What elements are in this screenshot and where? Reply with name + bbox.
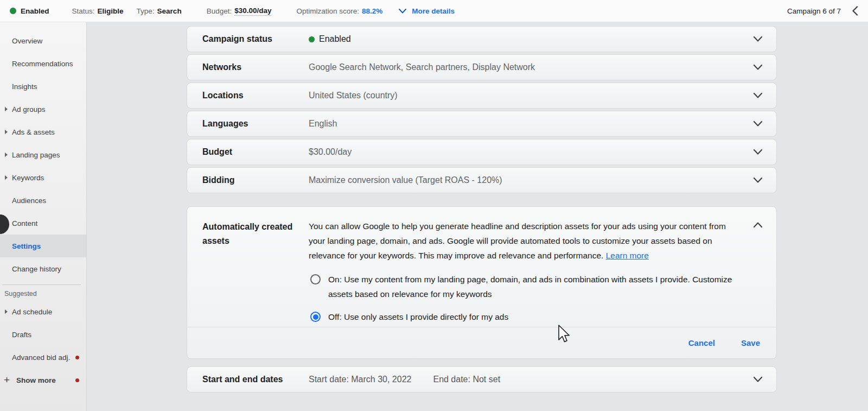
optimization-score-field: Optimization score: 88.2% (296, 7, 382, 15)
setting-row-networks[interactable]: Networks Google Search Network, Search p… (187, 54, 777, 80)
aca-footer: Cancel Save (187, 327, 776, 358)
campaign-enabled-state[interactable]: Enabled (10, 7, 49, 15)
sidebar-item-label: Advanced bid adj. (12, 353, 70, 362)
save-button[interactable]: Save (741, 338, 760, 347)
sidebar-item-change-history[interactable]: Change history (0, 257, 86, 280)
setting-label: Networks (187, 62, 309, 72)
expand-arrow-icon (5, 309, 8, 314)
sidebar-item-insights[interactable]: Insights (0, 75, 86, 98)
cancel-button[interactable]: Cancel (688, 338, 715, 347)
setting-row-bidding[interactable]: Bidding Maximize conversion value (Targe… (187, 167, 777, 193)
more-details-label: More details (412, 7, 455, 15)
setting-label: Languages (187, 119, 309, 129)
setting-row-automatically-created-assets: Automatically created assets You can all… (187, 206, 777, 359)
expand-arrow-icon (5, 153, 8, 157)
setting-label: Automatically created assets (187, 207, 309, 248)
chevron-down-icon[interactable] (754, 93, 762, 98)
type-value: Search (157, 7, 182, 15)
sidebar-item-ad-groups[interactable]: Ad groups (0, 98, 86, 121)
chevron-left-icon[interactable] (852, 6, 858, 16)
status-value: Eligible (98, 7, 124, 15)
campaign-settings-panel: Campaign status Enabled Networks Google … (187, 26, 777, 393)
setting-label: Campaign status (187, 34, 309, 44)
aca-radio-group: On: Use my content from my landing page,… (309, 272, 738, 324)
optimization-score-key: Optimization score: (296, 7, 359, 15)
aca-option-label: Off: Use only assets I provide directly … (328, 309, 508, 324)
sidebar-item-ads-assets[interactable]: Ads & assets (0, 121, 86, 143)
radio-unselected-icon[interactable] (310, 274, 321, 284)
sidebar-divider (2, 284, 81, 285)
aca-option-label: On: Use my content from my landing page,… (328, 272, 734, 301)
chevron-down-icon[interactable] (754, 149, 762, 155)
sidebar-item-label: Ad schedule (12, 308, 52, 316)
sidebar-item-label: Landing pages (12, 151, 60, 159)
sidebar-item-label: Ads & assets (12, 128, 55, 136)
expand-arrow-icon (5, 130, 8, 134)
sidebar-item-label: Show more (16, 376, 56, 384)
chevron-down-icon[interactable] (754, 377, 762, 382)
sidebar-show-more-button[interactable]: +Show more (0, 369, 86, 391)
sidebar-item-label: Content (12, 219, 37, 227)
setting-row-budget[interactable]: Budget $30.00/day (187, 139, 777, 165)
more-details-toggle[interactable]: More details (399, 7, 455, 15)
sidebar-item-label: Settings (12, 242, 41, 250)
plus-icon: + (4, 375, 10, 385)
chevron-up-icon[interactable] (754, 220, 762, 230)
start-date-value: Start date: March 30, 2022 (309, 375, 411, 384)
setting-value: English (309, 119, 337, 129)
setting-label: Start and end dates (187, 375, 309, 384)
setting-row-locations[interactable]: Locations United States (country) (187, 83, 777, 109)
type-key: Type: (137, 7, 155, 15)
chevron-down-icon[interactable] (754, 121, 762, 127)
sidebar-item-advanced-bid-adj[interactable]: Advanced bid adj. (0, 346, 86, 369)
setting-row-languages[interactable]: Languages English (187, 111, 777, 137)
notification-dot-icon (75, 356, 79, 359)
sidebar-item-overview[interactable]: Overview (0, 29, 86, 52)
campaign-sidebar: Overview Recommendations Insights Ad gro… (0, 22, 87, 411)
sidebar-item-drafts[interactable]: Drafts (0, 323, 86, 346)
aca-description-text: You can allow Google to help you generat… (309, 222, 726, 260)
sidebar-item-label: Keywords (12, 174, 44, 182)
aca-description: You can allow Google to help you generat… (309, 219, 738, 263)
aca-option-on[interactable]: On: Use my content from my landing page,… (309, 272, 738, 301)
sidebar-item-label: Audiences (12, 197, 46, 205)
setting-value: $30.00/day (309, 147, 352, 157)
budget-value[interactable]: $30.00/day (234, 7, 271, 16)
notification-dot-icon (75, 378, 79, 382)
sidebar-item-settings[interactable]: Settings (0, 235, 86, 257)
expand-arrow-icon (5, 175, 8, 180)
chevron-down-icon[interactable] (754, 178, 762, 183)
setting-value: Google Search Network, Search partners, … (309, 62, 535, 72)
aca-option-off[interactable]: Off: Use only assets I provide directly … (309, 309, 738, 324)
enabled-label: Enabled (21, 7, 49, 15)
sidebar-item-landing-pages[interactable]: Landing pages (0, 143, 86, 166)
expand-arrow-icon (5, 107, 8, 111)
sidebar-item-label: Insights (12, 83, 37, 91)
sidebar-item-recommendations[interactable]: Recommendations (0, 52, 86, 75)
sidebar-item-ad-schedule[interactable]: Ad schedule (0, 300, 86, 323)
sidebar-item-label: Recommendations (12, 60, 73, 68)
status-field: Status: Eligible (72, 7, 124, 15)
chevron-down-icon (399, 9, 406, 14)
budget-key: Budget: (207, 7, 232, 15)
setting-label: Locations (187, 91, 309, 100)
setting-row-campaign-status[interactable]: Campaign status Enabled (187, 26, 777, 52)
setting-value: Enabled (319, 34, 351, 44)
campaign-pager-label: Campaign 6 of 7 (787, 7, 841, 15)
sidebar-item-label: Ad groups (12, 105, 46, 113)
campaign-status-bar: Enabled Status: Eligible Type: Search Bu… (0, 0, 868, 22)
sidebar-item-audiences[interactable]: Audiences (0, 189, 86, 212)
optimization-score-value: 88.2% (362, 7, 382, 15)
sidebar-item-keywords[interactable]: Keywords (0, 166, 86, 189)
radio-selected-icon[interactable] (310, 312, 321, 322)
setting-row-start-end-dates[interactable]: Start and end dates Start date: March 30… (187, 366, 777, 393)
type-field: Type: Search (137, 7, 182, 15)
chevron-down-icon[interactable] (754, 65, 762, 70)
learn-more-link[interactable]: Learn more (606, 251, 649, 260)
enabled-status-dot-icon (10, 8, 16, 14)
chevron-down-icon[interactable] (754, 36, 762, 42)
sidebar-item-content[interactable]: Content (0, 212, 86, 235)
budget-field: Budget: $30.00/day (207, 7, 272, 16)
enabled-status-dot-icon (309, 36, 315, 42)
status-key: Status: (72, 7, 95, 15)
